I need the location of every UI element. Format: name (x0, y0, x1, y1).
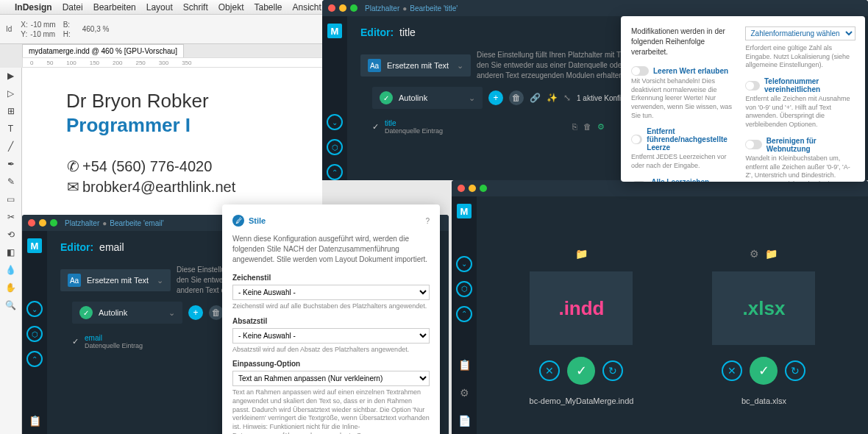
minimize-icon[interactable] (339, 4, 346, 12)
nav-down-icon[interactable]: ⌄ (327, 114, 343, 130)
file-thumb[interactable]: .indd (530, 271, 633, 345)
menu-item[interactable]: Ansicht (293, 2, 321, 13)
chevron-down-icon[interactable]: ⌄ (457, 61, 463, 71)
line-tool[interactable]: ╱ (4, 141, 18, 154)
close-icon[interactable] (328, 4, 335, 12)
maximize-icon[interactable] (350, 4, 357, 12)
breadcrumb[interactable]: Platzhalter (365, 4, 399, 13)
doc-phone: +54 (560) 776-4020 (82, 158, 212, 174)
breadcrumb[interactable]: Platzhalter (65, 219, 99, 227)
maximize-icon[interactable] (50, 219, 57, 227)
rect-tool[interactable]: ▭ (4, 194, 18, 207)
clipboard-icon[interactable]: 📋 (29, 415, 41, 427)
zoom[interactable]: 460,3 % (82, 25, 110, 33)
clipboard-icon[interactable]: 📋 (458, 359, 471, 371)
menu-item[interactable]: Tabelle (254, 2, 282, 13)
fit-select[interactable]: Text an Rahmen anpassen (Nur verkleinern… (232, 371, 430, 386)
confirm-button[interactable]: ✓ (567, 357, 595, 385)
titlebar[interactable] (452, 180, 868, 196)
app-menu[interactable]: InDesign (15, 2, 52, 13)
coord-y: -10 mm (30, 30, 55, 38)
delete-button[interactable]: 🗑 (209, 305, 224, 320)
nav-down-icon[interactable]: ⌄ (26, 301, 43, 317)
remove-button[interactable]: ✕ (722, 360, 742, 381)
entry-title[interactable]: email (85, 334, 143, 342)
nav-up-icon[interactable]: ⌃ (456, 306, 472, 322)
style-icon: 🖉 (232, 215, 244, 227)
add-button[interactable]: + (488, 90, 503, 105)
scissors-tool[interactable]: ✂ (4, 212, 18, 225)
selection-tool[interactable]: ▶ (4, 71, 18, 84)
chevron-down-icon[interactable]: ⌄ (168, 308, 175, 318)
app-logo[interactable]: M (457, 204, 472, 218)
pencil-tool[interactable]: ✎ (4, 177, 18, 190)
close-icon[interactable] (458, 185, 465, 192)
toggle-empty[interactable] (631, 66, 649, 76)
menu-item[interactable]: Objekt (218, 2, 244, 13)
parastyle-select[interactable]: - Keine Auswahl - (232, 328, 430, 344)
gear-icon[interactable]: ⚙ (460, 387, 469, 399)
direct-select-tool[interactable]: ▷ (4, 88, 18, 102)
minimize-icon[interactable] (39, 219, 46, 227)
type-tool[interactable]: T (4, 124, 18, 137)
nav-down-icon[interactable]: ⌄ (456, 256, 472, 272)
module-replace-text[interactable]: AaErsetzen mit Text⌄ (60, 269, 171, 291)
toggle-web[interactable] (745, 140, 761, 149)
file-thumb[interactable]: .xlsx (712, 271, 815, 345)
menu-item[interactable]: Layout (146, 2, 173, 13)
copy-icon[interactable]: ⎘ (572, 122, 577, 132)
chevron-down-icon[interactable]: ⌄ (157, 276, 163, 285)
transform-tool[interactable]: ⟲ (4, 230, 18, 243)
nav-hex-icon[interactable]: ⬡ (327, 139, 343, 155)
app-logo[interactable]: M (27, 238, 42, 253)
eyedropper-tool[interactable]: 💧 (4, 265, 18, 278)
charstyle-select[interactable]: - Keine Auswahl - (232, 285, 430, 300)
delete-button[interactable]: 🗑 (509, 90, 524, 105)
entry-title[interactable]: title (385, 119, 443, 127)
pen-tool[interactable]: ✒ (4, 159, 18, 172)
hand-tool[interactable]: ✋ (4, 282, 18, 296)
number-format-select[interactable]: Zahlenformatierung wählen (745, 26, 855, 40)
file-card-xlsx: ⚙📁 .xlsx ✕ ✓ ↻ bc_data.xlsx (712, 248, 815, 405)
link-icon[interactable]: 🔗 (530, 93, 541, 103)
help-icon[interactable]: ? (425, 217, 430, 225)
zoom-tool[interactable]: 🔍 (4, 300, 18, 313)
gear-icon[interactable]: ⚙ (597, 122, 605, 132)
trash-icon[interactable]: 🗑 (583, 122, 591, 132)
module-replace-text[interactable]: AaErsetzen mit Text⌄ (360, 54, 471, 77)
menu-item[interactable]: Datei (63, 2, 83, 13)
refresh-button[interactable]: ↻ (602, 360, 623, 381)
module-autolink[interactable]: ✓Autolink⌄ (372, 87, 483, 109)
folder-icon[interactable]: 📁 (575, 248, 588, 260)
toggle-trim[interactable] (631, 135, 642, 144)
doc-icon[interactable]: 📄 (458, 415, 471, 427)
chevron-down-icon[interactable]: ⌄ (469, 93, 475, 103)
titlebar[interactable]: Platzhalter●Bearbeite 'title' (322, 0, 868, 16)
close-icon[interactable] (28, 219, 35, 227)
nav-up-icon[interactable]: ⌃ (327, 164, 343, 180)
gear-icon[interactable]: ⚙ (750, 248, 759, 260)
wand-icon[interactable]: ✨ (547, 93, 558, 103)
folder-icon[interactable]: 📁 (765, 248, 778, 260)
module-autolink[interactable]: ✓Autolink⌄ (72, 302, 182, 324)
toggle-phone[interactable] (745, 81, 760, 90)
minimize-icon[interactable] (469, 185, 476, 192)
opt-desc: Erfordert eine gültige Zahl als Eingabe.… (745, 44, 855, 70)
remove-button[interactable]: ✕ (539, 360, 560, 381)
document-tab[interactable]: mydatamerge.indd @ 460 % [GPU-Vorschau] (22, 44, 184, 58)
page-tool[interactable]: ⊞ (4, 106, 18, 119)
menu-item[interactable]: Schrift (183, 2, 208, 13)
nav-hex-icon[interactable]: ⬡ (456, 281, 472, 297)
add-button[interactable]: + (188, 305, 203, 320)
nav-up-icon[interactable]: ⌃ (26, 351, 43, 367)
confirm-button[interactable]: ✓ (750, 357, 778, 385)
menu-item[interactable]: Bearbeiten (93, 2, 136, 13)
switch-icon[interactable]: ⤡ (563, 93, 571, 103)
maximize-icon[interactable] (480, 185, 487, 192)
toggle-allspaces[interactable] (631, 181, 647, 182)
nav-hex-icon[interactable]: ⬡ (26, 326, 43, 342)
gradient-tool[interactable]: ◧ (4, 247, 18, 260)
doc-name: Dr Bryon Robker (66, 90, 278, 113)
refresh-button[interactable]: ↻ (785, 360, 805, 381)
app-logo[interactable]: M (327, 24, 342, 38)
